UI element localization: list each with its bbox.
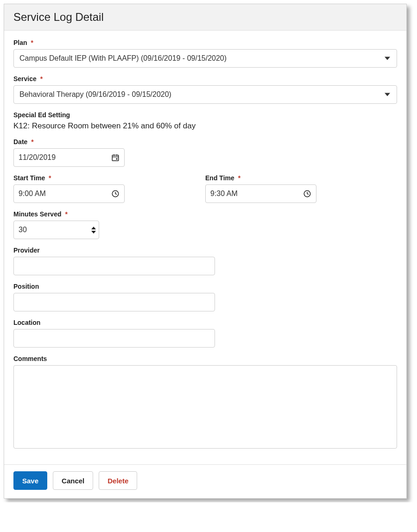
service-select-value: Behavioral Therapy (09/16/2019 - 09/15/2… xyxy=(19,90,171,99)
end-time-label: End Time * xyxy=(205,174,397,182)
service-log-detail-window: Service Log Detail Plan * Campus Default… xyxy=(4,4,407,499)
position-input[interactable] xyxy=(13,293,215,311)
end-time-input-text[interactable] xyxy=(210,190,311,198)
cancel-button[interactable]: Cancel xyxy=(53,471,93,490)
comments-field: Comments xyxy=(13,355,397,450)
chevron-down-icon xyxy=(385,57,390,60)
setting-value: K12: Resource Room between 21% and 60% o… xyxy=(13,121,397,131)
position-field: Position xyxy=(13,283,397,311)
svg-line-10 xyxy=(307,194,309,195)
position-input-text[interactable] xyxy=(19,298,210,306)
svg-rect-0 xyxy=(112,155,119,161)
comments-textarea[interactable] xyxy=(13,365,397,449)
minutes-served-input[interactable] xyxy=(13,221,99,239)
provider-input-text[interactable] xyxy=(19,262,210,270)
service-select[interactable]: Behavioral Therapy (09/16/2019 - 09/15/2… xyxy=(13,85,397,104)
start-time-input[interactable] xyxy=(13,184,125,203)
calendar-icon[interactable] xyxy=(111,153,120,162)
svg-rect-4 xyxy=(116,158,118,160)
minutes-served-field: Minutes Served * xyxy=(13,210,397,239)
provider-field: Provider xyxy=(13,247,397,275)
spinner-down-icon[interactable] xyxy=(91,231,96,234)
start-time-field: Start Time * xyxy=(13,174,205,203)
date-input-text[interactable] xyxy=(19,153,120,162)
time-row: Start Time * End Time xyxy=(13,174,397,203)
service-field: Service * Behavioral Therapy (09/16/2019… xyxy=(13,75,397,104)
required-marker: * xyxy=(65,210,67,218)
provider-label: Provider xyxy=(13,247,397,254)
required-marker: * xyxy=(49,174,51,182)
start-time-input-text[interactable] xyxy=(19,190,120,198)
plan-field: Plan * Campus Default IEP (With PLAAFP) … xyxy=(13,39,397,68)
date-input[interactable] xyxy=(13,148,125,167)
plan-select[interactable]: Campus Default IEP (With PLAAFP) (09/16/… xyxy=(13,49,397,68)
spinner-up-icon[interactable] xyxy=(91,227,96,229)
required-marker: * xyxy=(31,138,33,146)
start-time-label: Start Time * xyxy=(13,174,205,182)
location-input-text[interactable] xyxy=(19,334,210,342)
setting-label: Special Ed Setting xyxy=(13,111,397,119)
location-field: Location xyxy=(13,319,397,348)
chevron-down-icon xyxy=(385,93,390,96)
plan-label: Plan * xyxy=(13,39,397,46)
location-label: Location xyxy=(13,319,397,326)
number-spinner xyxy=(91,221,96,239)
minutes-served-label: Minutes Served * xyxy=(13,210,397,218)
delete-button[interactable]: Delete xyxy=(99,471,137,490)
minutes-served-input-text[interactable] xyxy=(19,226,94,234)
date-label: Date * xyxy=(13,138,397,146)
plan-select-value: Campus Default IEP (With PLAAFP) (09/16/… xyxy=(19,54,227,63)
required-marker: * xyxy=(31,39,33,46)
location-input[interactable] xyxy=(13,329,215,348)
required-marker: * xyxy=(238,174,240,182)
save-button[interactable]: Save xyxy=(13,471,47,490)
end-time-field: End Time * xyxy=(205,174,397,203)
clock-icon[interactable] xyxy=(303,190,311,198)
end-time-input[interactable] xyxy=(205,184,316,203)
form-body: Plan * Campus Default IEP (With PLAAFP) … xyxy=(4,31,406,465)
panel-header: Service Log Detail xyxy=(4,4,406,31)
position-label: Position xyxy=(13,283,397,290)
clock-icon[interactable] xyxy=(111,190,120,198)
comments-label: Comments xyxy=(13,355,397,362)
service-label: Service * xyxy=(13,75,397,82)
page-title: Service Log Detail xyxy=(13,11,397,24)
required-marker: * xyxy=(40,75,43,82)
setting-field: Special Ed Setting K12: Resource Room be… xyxy=(13,111,397,131)
button-bar: Save Cancel Delete xyxy=(4,465,406,498)
date-field: Date * xyxy=(13,138,397,167)
svg-line-7 xyxy=(115,194,117,195)
provider-input[interactable] xyxy=(13,257,215,275)
